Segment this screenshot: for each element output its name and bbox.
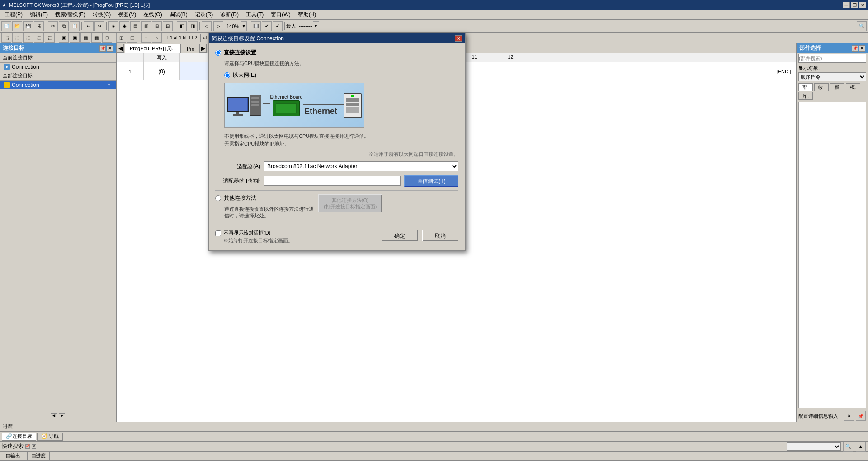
tb-copy[interactable]: ⧉ [59, 21, 69, 31]
tb2-b8[interactable]: ▦ [80, 33, 90, 43]
tb2-b14[interactable]: ⌂ [152, 33, 162, 43]
parts-tab-1[interactable]: 收. [814, 83, 829, 91]
tb-b9[interactable]: ◁ [202, 21, 212, 31]
ethernet-radio-input[interactable] [224, 72, 230, 78]
menu-window[interactable]: 窗口(W) [267, 10, 294, 19]
tb2-b5[interactable]: ⬚ [45, 33, 55, 43]
tb2-b1[interactable]: ⬚ [1, 33, 11, 43]
menu-online[interactable]: 在线(O) [140, 10, 165, 19]
menu-help[interactable]: 帮助(H) [294, 10, 320, 19]
menu-log[interactable]: 记录(R) [191, 10, 217, 19]
tb-b11[interactable]: 🔲 [251, 21, 261, 31]
tb-cut[interactable]: ✂ [48, 21, 58, 31]
tb-b8[interactable]: ◨ [188, 21, 198, 31]
bottom-tab-nav[interactable]: 🧭 导航 [37, 433, 63, 441]
tab-pro[interactable]: Pro [182, 44, 199, 53]
menu-project[interactable]: 工程(P) [1, 10, 26, 19]
quick-search-btn[interactable]: 🔍 [843, 442, 853, 452]
panel-pin-btn[interactable]: 📌 [99, 45, 106, 52]
tb-open[interactable]: 📂 [12, 21, 22, 31]
tb-b4[interactable]: ▥ [141, 21, 151, 31]
menu-edit[interactable]: 编辑(E) [26, 10, 52, 19]
close-button[interactable]: ✕ [859, 2, 866, 8]
tab-progpou[interactable]: ProgPou [PRG] [局... [125, 44, 181, 53]
dialog-close-button[interactable]: ✕ [455, 35, 462, 42]
no-show-checkbox[interactable] [215, 230, 221, 236]
tb2-b9[interactable]: ▦ [91, 33, 101, 43]
tb-b13[interactable]: ✔ [273, 21, 283, 31]
bottom-tab-connection[interactable]: 🔗 连接目标 [2, 433, 36, 441]
tb-zoom-dropdown[interactable]: ▼ [241, 21, 247, 31]
display-obj-select[interactable]: 顺序指令 [798, 72, 866, 81]
ok-button[interactable]: 确定 [382, 230, 418, 241]
comm-test-button[interactable]: 通信测试(T) [404, 175, 458, 187]
tb-max-dropdown[interactable]: ▼ [313, 21, 319, 31]
tb-new[interactable]: 📄 [1, 21, 11, 31]
direct-radio-input[interactable] [215, 50, 221, 56]
parts-search-input[interactable] [798, 54, 866, 63]
tb-b12[interactable]: ✔ [262, 21, 272, 31]
tb-save[interactable]: 💾 [23, 21, 33, 31]
progress-tab[interactable]: ▤ 进度 [27, 452, 50, 460]
quick-search-up[interactable]: ▲ [856, 442, 866, 452]
adapter-select[interactable]: Broadcom 802.11ac Network Adapter [264, 161, 458, 171]
tower-slot-2 [251, 101, 259, 103]
tb2-b7[interactable]: ▣ [70, 33, 80, 43]
current-connection-item[interactable]: ● Connection [0, 63, 116, 71]
tb2-b12[interactable]: ◫ [127, 33, 137, 43]
menu-view[interactable]: 视图(V) [114, 10, 140, 19]
other-radio-input[interactable] [215, 195, 221, 201]
ethernet-radio-option[interactable]: 以太网(E) [224, 71, 458, 79]
parts-tab-2[interactable]: 履. [830, 83, 844, 91]
parts-tab-4[interactable]: 库. [798, 92, 813, 100]
tb-print[interactable]: 🖨 [34, 21, 44, 31]
tb2-b11[interactable]: ◫ [116, 33, 126, 43]
restore-button[interactable]: ❐ [851, 2, 858, 8]
tower-slot-3 [251, 104, 259, 106]
tb-redo[interactable]: ↪ [94, 21, 104, 31]
quick-search-close[interactable]: ✕ [32, 444, 36, 449]
tb2-b2[interactable]: ⬚ [12, 33, 22, 43]
right-panel-close[interactable]: ✕ [859, 45, 865, 52]
config-pin-btn[interactable]: 📌 [856, 411, 866, 421]
menu-debug[interactable]: 调试(B) [166, 10, 191, 19]
direct-connection-radio[interactable]: 直接连接设置 [215, 49, 458, 56]
menu-search[interactable]: 搜索/替换(F) [52, 10, 89, 19]
tb-b10[interactable]: ▷ [213, 21, 223, 31]
tb2-b13[interactable]: ↑ [141, 33, 151, 43]
tb-b6[interactable]: ⊟ [163, 21, 173, 31]
config-close-btn[interactable]: ✕ [844, 411, 854, 421]
tb2-b4[interactable]: ⬚ [34, 33, 44, 43]
output-tab[interactable]: ▤ 输出 [2, 452, 24, 460]
quick-search-select[interactable] [787, 442, 841, 451]
tb2-b10[interactable]: ⊡ [102, 33, 112, 43]
all-connection-item[interactable]: Connection ○ [0, 81, 116, 89]
menu-tools[interactable]: 工具(T) [242, 10, 267, 19]
parts-tab-3[interactable]: 模. [846, 83, 860, 91]
panel-close-btn[interactable]: ✕ [107, 45, 113, 52]
tb-undo[interactable]: ↩ [84, 21, 94, 31]
menu-diagnose[interactable]: 诊断(D) [217, 10, 242, 19]
tb-b2[interactable]: ◉ [119, 21, 129, 31]
tb-b1[interactable]: ◈ [108, 21, 118, 31]
tb-paste[interactable]: 📋 [70, 21, 80, 31]
minimize-button[interactable]: ─ [843, 2, 850, 8]
parts-tab-0[interactable]: 部. [798, 83, 813, 91]
panel-scroll-right[interactable]: ▶ [59, 413, 65, 418]
tb-search[interactable]: 🔍 [857, 21, 867, 31]
quick-search-pin[interactable]: 📌 [25, 444, 30, 449]
tb-b3[interactable]: ▤ [130, 21, 140, 31]
tb-b5[interactable]: ⊞ [152, 21, 162, 31]
tb2-b3[interactable]: ⬚ [23, 33, 33, 43]
menu-convert[interactable]: 转换(C) [89, 10, 115, 19]
panel-scroll-left[interactable]: ◀ [51, 413, 57, 418]
adapter-ip-input[interactable]: 192.168.10.174 [264, 176, 401, 186]
cancel-button[interactable]: 取消 [422, 230, 458, 241]
tb2-b6[interactable]: ▣ [59, 33, 69, 43]
other-connection-button[interactable]: 其他连接方法(O) (打开连接目标指定画面) [318, 194, 382, 212]
other-connection-radio[interactable]: 其他连接方法 [215, 194, 314, 202]
right-panel-pin[interactable]: 📌 [852, 45, 858, 52]
tab-scroll-left[interactable]: ◀ [117, 44, 124, 53]
tab-scroll-right[interactable]: ▶ [199, 44, 207, 53]
tb-b7[interactable]: ◧ [177, 21, 187, 31]
